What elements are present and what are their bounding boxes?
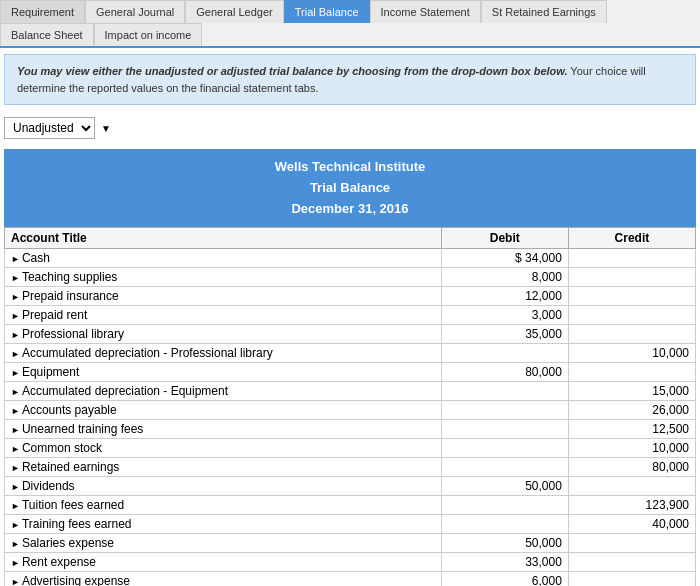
debit-cell: 3,000 (441, 306, 568, 325)
trial-balance-table: Account Title Debit Credit ►Cash$ 34,000… (4, 227, 696, 586)
account-name: Accumulated depreciation - Professional … (22, 346, 273, 360)
account-name: Accounts payable (22, 403, 117, 417)
credit-cell: 15,000 (568, 382, 695, 401)
row-arrow-icon: ► (11, 254, 20, 264)
tab-general-ledger[interactable]: General Ledger (185, 0, 283, 23)
debit-cell (441, 496, 568, 515)
trial-balance-section: Wells Technical Institute Trial Balance … (4, 149, 696, 586)
row-arrow-icon: ► (11, 330, 20, 340)
credit-cell (568, 534, 695, 553)
account-cell: ►Accumulated depreciation - Professional… (5, 344, 442, 363)
row-arrow-icon: ► (11, 577, 20, 586)
trial-balance-type-select[interactable]: UnadjustedAdjusted (4, 117, 95, 139)
row-arrow-icon: ► (11, 520, 20, 530)
credit-cell (568, 363, 695, 382)
account-name: Tuition fees earned (22, 498, 124, 512)
row-arrow-icon: ► (11, 292, 20, 302)
tab-balance-sheet[interactable]: Balance Sheet (0, 23, 94, 46)
credit-cell: 40,000 (568, 515, 695, 534)
debit-cell (441, 401, 568, 420)
col-credit: Credit (568, 228, 695, 249)
account-name: Rent expense (22, 555, 96, 569)
row-arrow-icon: ► (11, 311, 20, 321)
account-name: Cash (22, 251, 50, 265)
table-row: ►Prepaid insurance12,000 (5, 287, 696, 306)
account-cell: ►Accounts payable (5, 401, 442, 420)
account-cell: ►Training fees earned (5, 515, 442, 534)
credit-cell: 26,000 (568, 401, 695, 420)
table-row: ►Accounts payable26,000 (5, 401, 696, 420)
account-cell: ►Professional library (5, 325, 442, 344)
debit-cell: 33,000 (441, 553, 568, 572)
account-name: Advertising expense (22, 574, 130, 586)
table-row: ►Professional library35,000 (5, 325, 696, 344)
row-arrow-icon: ► (11, 273, 20, 283)
credit-cell (568, 268, 695, 287)
tab-trial-balance[interactable]: Trial Balance (284, 0, 370, 23)
report-date: December 31, 2016 (8, 199, 692, 220)
account-cell: ►Accumulated depreciation - Equipment (5, 382, 442, 401)
debit-cell: 35,000 (441, 325, 568, 344)
info-bold-text: You may view either the unadjusted or ad… (17, 65, 567, 77)
account-cell: ►Prepaid insurance (5, 287, 442, 306)
table-row: ►Teaching supplies8,000 (5, 268, 696, 287)
report-name: Trial Balance (8, 178, 692, 199)
table-row: ►Rent expense33,000 (5, 553, 696, 572)
credit-cell (568, 477, 695, 496)
account-name: Salaries expense (22, 536, 114, 550)
tab-requirement[interactable]: Requirement (0, 0, 85, 23)
tab-bar: Requirement General Journal General Ledg… (0, 0, 700, 48)
credit-cell (568, 287, 695, 306)
table-row: ►Prepaid rent3,000 (5, 306, 696, 325)
row-arrow-icon: ► (11, 558, 20, 568)
table-row: ►Unearned training fees12,500 (5, 420, 696, 439)
account-cell: ►Retained earnings (5, 458, 442, 477)
debit-cell (441, 420, 568, 439)
tab-general-journal[interactable]: General Journal (85, 0, 185, 23)
dropdown-arrow-icon: ▼ (101, 123, 111, 134)
account-cell: ►Teaching supplies (5, 268, 442, 287)
tab-impact-on-income[interactable]: Impact on income (94, 23, 203, 46)
table-row: ►Equipment80,000 (5, 363, 696, 382)
account-cell: ►Rent expense (5, 553, 442, 572)
row-arrow-icon: ► (11, 349, 20, 359)
account-name: Unearned training fees (22, 422, 143, 436)
account-name: Accumulated depreciation - Equipment (22, 384, 228, 398)
credit-cell (568, 249, 695, 268)
row-arrow-icon: ► (11, 482, 20, 492)
account-name: Equipment (22, 365, 79, 379)
report-header: Wells Technical Institute Trial Balance … (4, 149, 696, 227)
row-arrow-icon: ► (11, 539, 20, 549)
table-row: ►Common stock10,000 (5, 439, 696, 458)
account-name: Common stock (22, 441, 102, 455)
debit-cell: 50,000 (441, 477, 568, 496)
account-name: Training fees earned (22, 517, 132, 531)
account-name: Teaching supplies (22, 270, 117, 284)
row-arrow-icon: ► (11, 501, 20, 511)
account-cell: ►Cash (5, 249, 442, 268)
table-header-row: Account Title Debit Credit (5, 228, 696, 249)
account-cell: ►Advertising expense (5, 572, 442, 586)
table-row: ►Accumulated depreciation - Professional… (5, 344, 696, 363)
col-account-title: Account Title (5, 228, 442, 249)
tab-income-statement[interactable]: Income Statement (370, 0, 481, 23)
account-name: Dividends (22, 479, 75, 493)
company-name: Wells Technical Institute (8, 157, 692, 178)
credit-cell (568, 572, 695, 586)
table-row: ►Advertising expense6,000 (5, 572, 696, 586)
debit-cell (441, 382, 568, 401)
col-debit: Debit (441, 228, 568, 249)
debit-cell: 50,000 (441, 534, 568, 553)
credit-cell: 12,500 (568, 420, 695, 439)
account-cell: ►Equipment (5, 363, 442, 382)
account-cell: ►Tuition fees earned (5, 496, 442, 515)
table-row: ►Retained earnings80,000 (5, 458, 696, 477)
tab-st-retained-earnings[interactable]: St Retained Earnings (481, 0, 607, 23)
table-row: ►Salaries expense50,000 (5, 534, 696, 553)
debit-cell: 12,000 (441, 287, 568, 306)
row-arrow-icon: ► (11, 425, 20, 435)
account-name: Prepaid insurance (22, 289, 119, 303)
info-box: You may view either the unadjusted or ad… (4, 54, 696, 105)
account-name: Prepaid rent (22, 308, 87, 322)
debit-cell: 6,000 (441, 572, 568, 586)
